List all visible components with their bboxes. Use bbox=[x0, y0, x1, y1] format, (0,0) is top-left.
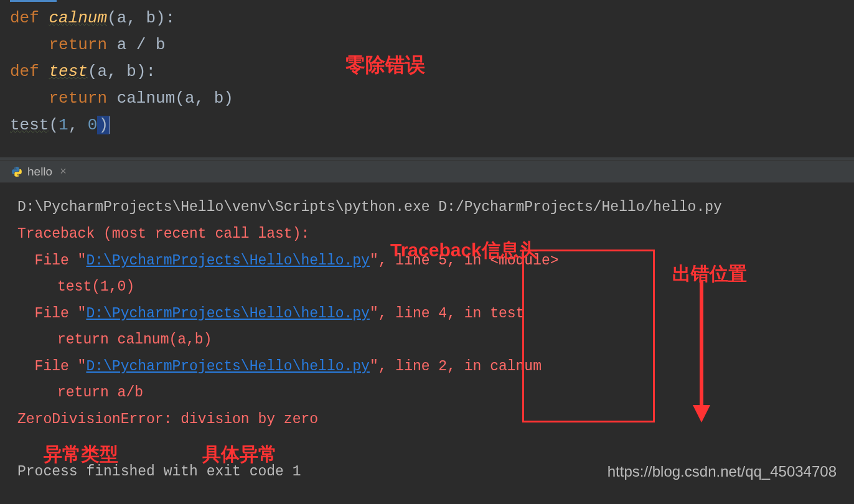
code-line[interactable]: def calnum(a, b): bbox=[10, 5, 844, 32]
code-line[interactable]: return a / b bbox=[10, 32, 844, 58]
traceback-context: return calnum(a,b) bbox=[17, 327, 837, 353]
code-token: test bbox=[10, 116, 49, 134]
code-token: ( bbox=[107, 9, 117, 27]
run-tab-hello[interactable]: hello × bbox=[6, 161, 72, 182]
code-token: ) bbox=[223, 89, 233, 108]
code-token: a bbox=[117, 9, 127, 27]
run-tab-bar: hello × bbox=[0, 161, 854, 183]
console-command: D:\PycharmProjects\Hello\venv\Scripts\py… bbox=[17, 194, 837, 221]
code-token: 1 bbox=[59, 116, 68, 134]
code-token: a bbox=[117, 35, 136, 54]
error-line: ZeroDivisionError: division by zero bbox=[17, 406, 837, 433]
code-editor[interactable]: def calnum(a, b): return a / bdef test(a… bbox=[0, 0, 854, 157]
annotation-exception-detail: 具体异常 bbox=[202, 437, 277, 472]
annotation-zero-division: 零除错误 bbox=[345, 49, 425, 82]
code-token: ): bbox=[136, 62, 156, 81]
code-token: calnum bbox=[117, 89, 176, 108]
run-tab-label: hello bbox=[27, 165, 52, 179]
code-token: ( bbox=[49, 116, 59, 134]
code-token: ( bbox=[175, 89, 185, 108]
code-token: def bbox=[10, 62, 49, 81]
annotation-exception-type: 异常类型 bbox=[44, 437, 118, 472]
code-token: 0 bbox=[88, 116, 98, 134]
code-token: return bbox=[49, 89, 116, 108]
text-cursor bbox=[110, 116, 110, 134]
code-token: ( bbox=[88, 62, 98, 81]
python-icon bbox=[11, 166, 22, 177]
code-token: b bbox=[146, 9, 156, 27]
code-token: b bbox=[156, 35, 166, 54]
watermark: https://blog.csdn.net/qq_45034708 bbox=[608, 458, 837, 485]
close-icon[interactable]: × bbox=[60, 165, 67, 178]
code-token: b bbox=[126, 62, 136, 81]
annotation-traceback-header: Traceback信息头 bbox=[390, 233, 538, 268]
editor-top-indicator bbox=[10, 0, 57, 2]
code-token: a bbox=[97, 62, 107, 81]
code-token: test bbox=[49, 62, 87, 81]
code-token: , bbox=[194, 89, 214, 108]
traceback-frame: File "D:\PycharmProjects\Hello\hello.py"… bbox=[17, 353, 837, 380]
code-line[interactable]: test(1, 0) bbox=[10, 112, 844, 139]
console-output[interactable]: D:\PycharmProjects\Hello\venv\Scripts\py… bbox=[0, 183, 854, 496]
code-token: , bbox=[126, 9, 146, 27]
code-token: ) bbox=[97, 116, 110, 134]
traceback-context: return a/b bbox=[17, 380, 837, 406]
file-link[interactable]: D:\PycharmProjects\Hello\hello.py bbox=[86, 306, 369, 322]
code-token: calnum bbox=[49, 9, 107, 27]
code-line[interactable]: def test(a, b): bbox=[10, 58, 844, 85]
annotation-error-location: 出错位置 bbox=[672, 256, 747, 291]
traceback-frame: File "D:\PycharmProjects\Hello\hello.py"… bbox=[17, 301, 837, 327]
file-link[interactable]: D:\PycharmProjects\Hello\hello.py bbox=[86, 358, 369, 375]
code-token: / bbox=[136, 35, 156, 54]
code-token: , bbox=[107, 62, 126, 81]
code-token: ): bbox=[156, 9, 175, 27]
code-token: b bbox=[214, 89, 224, 108]
code-token: def bbox=[10, 9, 49, 27]
code-token: a bbox=[185, 89, 195, 108]
code-token: return bbox=[49, 35, 116, 54]
code-line[interactable]: return calnum(a, b) bbox=[10, 85, 844, 112]
code-token: , bbox=[68, 116, 88, 134]
file-link[interactable]: D:\PycharmProjects\Hello\hello.py bbox=[86, 253, 369, 269]
